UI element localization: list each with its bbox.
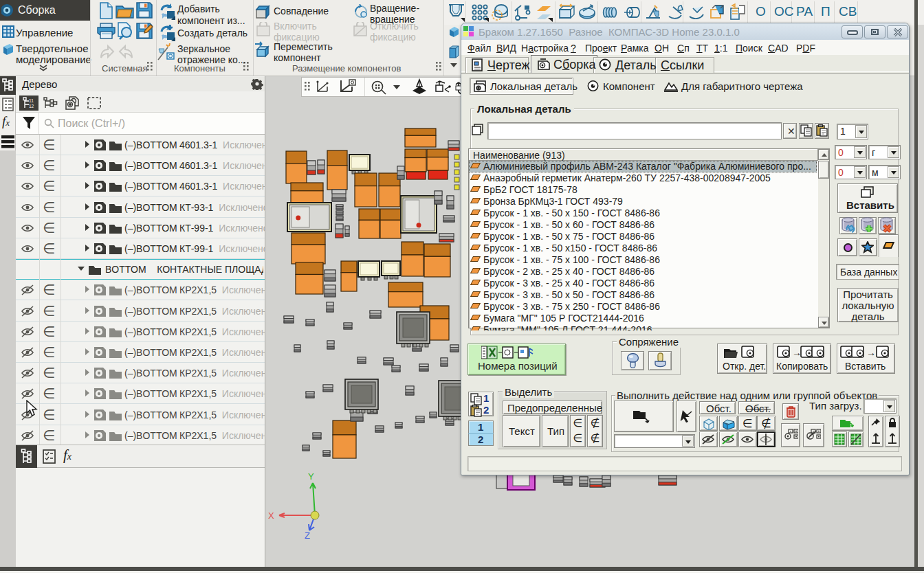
svg-text:12: 12	[29, 104, 34, 109]
svg-text:11: 11	[29, 98, 34, 103]
svg-text:Z: Z	[305, 530, 310, 539]
svg-text:Y: Y	[308, 471, 314, 482]
svg-text:X: X	[268, 510, 274, 521]
